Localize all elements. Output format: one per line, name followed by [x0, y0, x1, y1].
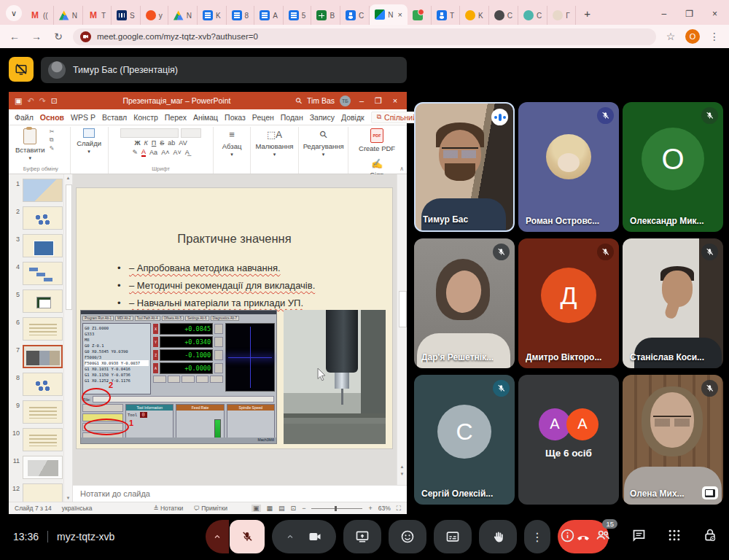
maximize-button[interactable]: ❐	[685, 9, 693, 19]
copy-icon[interactable]: ⧉	[50, 136, 55, 144]
ppt-minimize-button[interactable]: –	[356, 96, 367, 105]
change-case-icon[interactable]: Аа	[149, 149, 157, 156]
browser-tab-active-meet[interactable]: N×	[370, 4, 408, 25]
ppt-tab-insert[interactable]: Вставл	[102, 113, 127, 122]
browser-tab[interactable]: ((	[25, 6, 54, 25]
tab-close-icon[interactable]: ×	[398, 10, 402, 19]
editing-button[interactable]: ⚲Редагування▾	[303, 128, 344, 158]
cut-icon[interactable]: ✂	[50, 128, 55, 135]
editor-vertical-scrollbar[interactable]: ▲ ▼	[397, 174, 407, 485]
slide-editor[interactable]: Практичне значення – Апробована методика…	[73, 174, 407, 485]
redo-icon[interactable]: ↷	[39, 96, 46, 106]
ppt-tab-view[interactable]: Подан	[281, 113, 303, 122]
font-name-select[interactable]	[120, 128, 179, 138]
ppt-close-button[interactable]: ×	[389, 96, 401, 105]
browser-tab[interactable]: T	[432, 6, 460, 25]
ppt-tab-home[interactable]: Основ	[40, 113, 64, 122]
italic-button[interactable]: К	[144, 139, 148, 147]
activities-button[interactable]	[666, 526, 683, 544]
create-pdf-button[interactable]: PDFCreate PDF	[359, 128, 395, 152]
tile-roman[interactable]: Роман Островс...	[518, 102, 619, 232]
slide-thumbnail[interactable]	[23, 373, 63, 396]
slide-thumbnail[interactable]	[23, 206, 63, 230]
ppt-account-avatar[interactable]: ТБ	[340, 96, 351, 106]
slide-title[interactable]: Практичне значення	[77, 232, 392, 246]
tile-dmytro[interactable]: Д Дмитро Вікторо...	[518, 238, 619, 368]
shadow-button[interactable]: ab	[168, 139, 175, 147]
undo-icon[interactable]: ↶	[27, 96, 34, 106]
address-bar[interactable]: meet.google.com/myz-tqtz-xvb?authuser=0	[73, 28, 656, 45]
slide-thumbnail[interactable]	[23, 262, 63, 285]
zoom-slider[interactable]	[311, 508, 362, 509]
ppt-tab-transitions[interactable]: Перех	[165, 113, 187, 122]
camera-icon[interactable]	[308, 529, 322, 544]
slide-bullets[interactable]: – Апробована методика навчання. – Методи…	[117, 262, 315, 315]
browser-tab[interactable]: Г	[547, 6, 575, 25]
ppt-tab-review[interactable]: Рецен	[252, 113, 274, 122]
meeting-details-button[interactable]	[558, 526, 576, 544]
strikethrough-button[interactable]: S	[160, 139, 164, 147]
tile-overflow-participants[interactable]: A A Ще 6 осіб	[518, 375, 619, 505]
more-options-button[interactable]: ⋮	[524, 520, 550, 553]
host-controls-button[interactable]	[701, 526, 719, 544]
slide-thumbnail-selected[interactable]	[23, 345, 63, 368]
fit-slide-icon[interactable]: ⛶	[397, 505, 401, 513]
zoom-level[interactable]: 63%	[378, 505, 391, 512]
mic-options-button[interactable]	[206, 520, 229, 553]
ppt-tab-wps[interactable]: WPS P	[71, 113, 95, 122]
browser-tab[interactable]: C	[518, 6, 547, 25]
clear-format-icon[interactable]: А̲	[185, 149, 190, 156]
grow-font-icon[interactable]: А˄	[161, 149, 169, 156]
ppt-tab-slideshow[interactable]: Показ	[225, 113, 246, 122]
next-slide-icon[interactable]: ▼	[397, 472, 407, 476]
save-icon[interactable]: ▣	[15, 96, 22, 106]
mic-mute-button[interactable]	[230, 520, 265, 553]
chat-button[interactable]	[630, 526, 647, 544]
zoom-in-icon[interactable]: +	[368, 505, 372, 512]
slide-thumbnail[interactable]	[23, 456, 63, 479]
reload-icon[interactable]: ↻	[51, 31, 66, 42]
bold-button[interactable]: Ж	[134, 139, 140, 147]
forward-icon[interactable]: →	[29, 31, 44, 42]
browser-tab[interactable]	[408, 6, 432, 25]
zoom-out-icon[interactable]: −	[302, 505, 305, 512]
slide-thumbnail[interactable]	[23, 179, 63, 202]
browser-menu-icon[interactable]: ⋮	[707, 31, 722, 42]
minimize-button[interactable]: –	[662, 9, 667, 19]
browser-tab[interactable]: y	[141, 6, 168, 25]
tab-search-button[interactable]: ∨	[6, 5, 22, 21]
slide-thumbnail[interactable]	[23, 483, 63, 502]
collapse-ribbon-icon[interactable]: ∧	[399, 166, 404, 172]
slide-thumbnail-pane[interactable]: 1 2 3 4 5 6 7 8 9 10 11 12 ▲ ▼	[9, 174, 73, 502]
chevron-up-icon[interactable]	[286, 532, 295, 541]
slide-thumbnail[interactable]	[23, 234, 63, 257]
underline-button[interactable]: П	[152, 139, 156, 147]
back-icon[interactable]: ←	[7, 31, 22, 42]
stop-presenting-button[interactable]	[9, 57, 34, 82]
bookmark-star-icon[interactable]: ☆	[663, 31, 678, 42]
ppt-restore-button[interactable]: ❐	[373, 96, 384, 106]
notes-toggle[interactable]: ≜ Нотатки	[154, 505, 184, 512]
ppt-tab-record[interactable]: Запису	[310, 113, 335, 122]
paste-button[interactable]: Вставити▾	[15, 128, 45, 161]
search-icon[interactable]: ⚲	[293, 96, 304, 106]
slides-button[interactable]: Слайди▾	[77, 128, 101, 155]
char-spacing-button[interactable]: AV	[179, 139, 187, 147]
browser-profile-avatar[interactable]: O	[685, 29, 700, 44]
tile-darya[interactable]: Дар'я Решетнік...	[414, 238, 515, 368]
raise-hand-button[interactable]	[479, 520, 517, 553]
slide-thumbnail[interactable]	[23, 289, 63, 313]
slide-thumbnail[interactable]	[23, 428, 63, 451]
captions-button[interactable]	[434, 520, 472, 553]
scrollbar-thumb[interactable]	[66, 184, 72, 310]
browser-tab[interactable]: T	[83, 6, 112, 25]
format-painter-icon[interactable]: ✎	[50, 145, 55, 152]
paragraph-button[interactable]: ≡Абзац▾	[222, 128, 242, 158]
tile-olena[interactable]: Олена Мих...	[623, 375, 723, 505]
browser-tab[interactable]: K	[460, 6, 489, 25]
browser-tab[interactable]: C	[489, 6, 518, 25]
comments-toggle[interactable]: 🗩 Примітки	[193, 505, 227, 512]
slide-thumbnail[interactable]	[23, 400, 63, 424]
participants-button[interactable]: 15	[594, 526, 612, 544]
drawing-button[interactable]: ⬚AМалювання▾	[255, 128, 293, 158]
